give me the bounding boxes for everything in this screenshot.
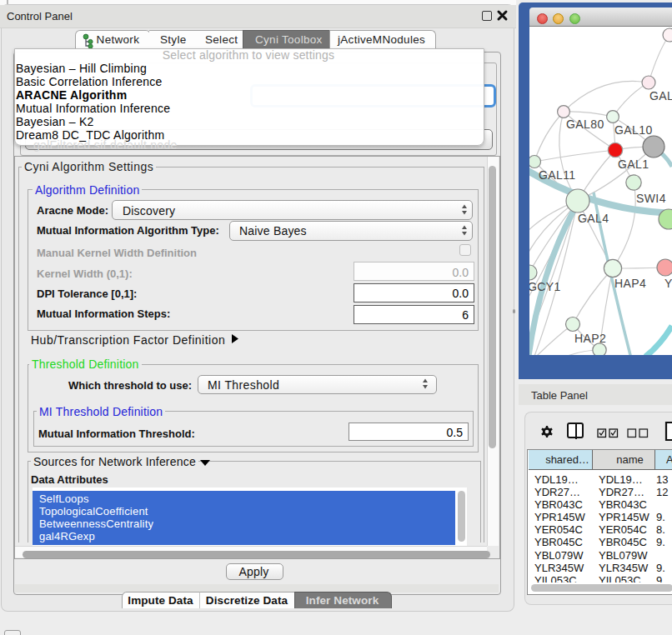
svg-text:GAL11: GAL11 (539, 168, 576, 182)
svg-text:GAL1: GAL1 (618, 158, 649, 171)
svg-text:HAP4: HAP4 (614, 277, 646, 290)
svg-text:GAL10: GAL10 (614, 123, 653, 137)
svg-text:YJ: YJ (664, 277, 672, 290)
svg-text:GAL7: GAL7 (649, 89, 672, 102)
svg-text:HAP2: HAP2 (574, 332, 606, 345)
svg-text:GCY1: GCY1 (529, 280, 561, 293)
svg-text:SWI4: SWI4 (636, 192, 666, 205)
svg-text:GAL4: GAL4 (578, 212, 609, 225)
svg-text:GAL80: GAL80 (566, 118, 604, 131)
